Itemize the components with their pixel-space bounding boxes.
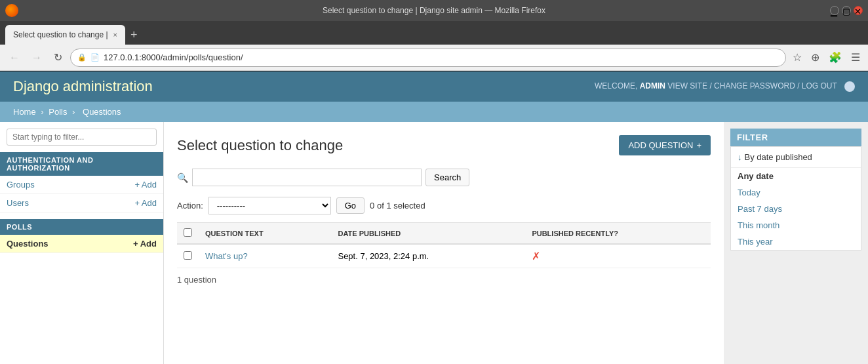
filter-item-today: Today — [731, 184, 861, 201]
col-date-published: DATE PUBLISHED — [331, 223, 525, 245]
search-button[interactable]: Search — [425, 169, 469, 186]
table-row: What's up? Sept. 7, 2023, 2:24 p.m. ✗ — [177, 244, 711, 268]
row-published-recently-cell: ✗ — [525, 244, 711, 268]
window-title: Select question to change | Django site … — [323, 6, 545, 15]
filter-this-year-link[interactable]: This year — [738, 237, 772, 247]
close-btn[interactable]: ✕ — [854, 6, 863, 15]
username: ADMIN — [640, 81, 665, 91]
breadcrumb-home[interactable]: Home — [13, 107, 36, 117]
page-header: Select question to change ADD QUESTION + — [177, 135, 711, 155]
questions-table: QUESTION TEXT DATE PUBLISHED PUBLISHED R… — [177, 222, 711, 268]
filter-this-month-link[interactable]: This month — [738, 220, 779, 230]
sidebar-questions-link[interactable]: Questions — [7, 239, 49, 249]
tab-bar: Select question to change | × + — [0, 21, 868, 45]
menu-icon[interactable]: ☰ — [848, 50, 863, 65]
breadcrumb-sep-2: › — [72, 107, 77, 117]
search-input[interactable] — [192, 169, 422, 186]
django-app: Django administration WELCOME, ADMIN VIE… — [0, 71, 868, 364]
extensions-icon[interactable]: 🧩 — [826, 50, 844, 65]
filter-section-date: ↓ By date published Any date Today Past … — [730, 146, 861, 251]
tab-label: Select question to change | — [13, 30, 108, 39]
lock-icon: 🔒 — [77, 53, 87, 62]
maximize-btn[interactable]: ▢ — [842, 6, 851, 15]
welcome-text: WELCOME, — [595, 81, 637, 91]
nav-icons: ☆ ⊕ 🧩 ☰ — [790, 50, 863, 65]
published-recently-icon: ✗ — [532, 251, 540, 262]
filter-header: FILTER — [730, 129, 861, 146]
filter-item-past-7-days: Past 7 days — [731, 201, 861, 217]
log-out-link[interactable]: LOG OUT — [802, 81, 837, 91]
refresh-btn[interactable]: ↻ — [50, 50, 66, 65]
sidebar-section-polls-header: POLLS — [0, 219, 163, 235]
active-tab[interactable]: Select question to change | × — [5, 25, 125, 45]
theme-toggle-btn[interactable] — [844, 81, 855, 92]
filter-any-date-link[interactable]: Any date — [738, 171, 774, 181]
action-bar: Action: ---------- Delete selected quest… — [177, 197, 711, 214]
filter-today-link[interactable]: Today — [738, 188, 760, 197]
filter-sidebar: FILTER ↓ By date published Any date Toda… — [724, 122, 868, 364]
view-site-link[interactable]: VIEW SITE — [667, 81, 707, 91]
sidebar-section-auth: AUTHENTICATION AND AUTHORIZATION Groups … — [0, 152, 163, 212]
col-checkbox — [177, 223, 199, 245]
action-select[interactable]: ---------- Delete selected questions — [208, 197, 331, 214]
sidebar-section-polls: POLLS Questions + Add — [0, 219, 163, 253]
nav-bar: ← → ↻ 🔒 📄 ☆ ⊕ 🧩 ☰ — [0, 45, 868, 71]
tab-close-btn[interactable]: × — [113, 31, 117, 39]
filter-item-any-date: Any date — [731, 168, 861, 184]
filter-arrow-icon: ↓ — [738, 152, 742, 162]
sidebar-groups-add-link[interactable]: + Add — [134, 180, 157, 190]
row-date-published-cell: Sept. 7, 2023, 2:24 p.m. — [331, 244, 525, 268]
go-button[interactable]: Go — [336, 197, 365, 214]
window-controls[interactable]: ▁ ▢ ✕ — [830, 6, 863, 15]
django-header: Django administration WELCOME, ADMIN VIE… — [0, 71, 868, 102]
filter-item-this-month: This month — [731, 217, 861, 233]
table-header-row: QUESTION TEXT DATE PUBLISHED PUBLISHED R… — [177, 223, 711, 245]
filter-list: Any date Today Past 7 days This month Th… — [731, 168, 861, 250]
breadcrumb-questions: Questions — [83, 107, 121, 117]
row-question-text-cell: What's up? — [199, 244, 331, 268]
downloads-icon[interactable]: ⊕ — [808, 50, 822, 65]
filter-section-title: ↓ By date published — [731, 147, 861, 168]
site-title[interactable]: Django administration — [13, 78, 153, 95]
selected-count: 0 of 1 selected — [370, 201, 425, 211]
firefox-logo — [5, 4, 18, 17]
forward-btn[interactable]: → — [28, 51, 46, 65]
sidebar-item-questions: Questions + Add — [0, 235, 163, 253]
back-btn[interactable]: ← — [5, 51, 24, 65]
add-question-button[interactable]: ADD QUESTION + — [619, 135, 711, 155]
address-input[interactable] — [104, 52, 779, 62]
action-label: Action: — [177, 201, 203, 211]
sidebar-users-add-link[interactable]: + Add — [134, 198, 157, 208]
sidebar-groups-link[interactable]: Groups — [7, 180, 35, 190]
bookmarks-icon[interactable]: ☆ — [790, 50, 804, 65]
row-question-link[interactable]: What's up? — [205, 251, 248, 261]
breadcrumb-polls[interactable]: Polls — [49, 107, 67, 117]
breadcrumb-sep-1: › — [41, 107, 46, 117]
main-layout: AUTHENTICATION AND AUTHORIZATION Groups … — [0, 122, 868, 364]
add-question-label: ADD QUESTION — [628, 140, 693, 150]
sidebar-item-users: Users + Add — [0, 194, 163, 212]
sidebar-section-auth-header: AUTHENTICATION AND AUTHORIZATION — [0, 152, 163, 176]
add-question-plus: + — [696, 140, 701, 150]
minimize-btn[interactable]: ▁ — [830, 6, 839, 15]
sidebar: AUTHENTICATION AND AUTHORIZATION Groups … — [0, 122, 164, 364]
header-sep-3: / — [797, 81, 802, 91]
filter-past-7-days-link[interactable]: Past 7 days — [738, 204, 782, 214]
content-area: Select question to change ADD QUESTION +… — [164, 122, 724, 364]
filter-item-this-year: This year — [731, 233, 861, 250]
record-count: 1 question — [177, 275, 711, 285]
title-bar: Select question to change | Django site … — [0, 0, 868, 21]
page-title: Select question to change — [177, 137, 343, 154]
col-published-recently: PUBLISHED RECENTLY? — [525, 223, 711, 245]
row-checkbox-cell — [177, 244, 199, 268]
new-tab-btn[interactable]: + — [125, 25, 143, 45]
select-all-checkbox[interactable] — [184, 228, 192, 237]
sidebar-filter-input[interactable] — [7, 129, 157, 146]
row-checkbox[interactable] — [184, 251, 192, 260]
change-password-link[interactable]: CHANGE PASSWORD — [714, 81, 795, 91]
browser-chrome: Select question to change | Django site … — [0, 0, 868, 71]
sidebar-item-groups: Groups + Add — [0, 176, 163, 194]
sidebar-users-link[interactable]: Users — [7, 198, 29, 208]
address-bar[interactable]: 🔒 📄 — [70, 49, 786, 67]
sidebar-questions-add-link[interactable]: + Add — [133, 239, 157, 249]
